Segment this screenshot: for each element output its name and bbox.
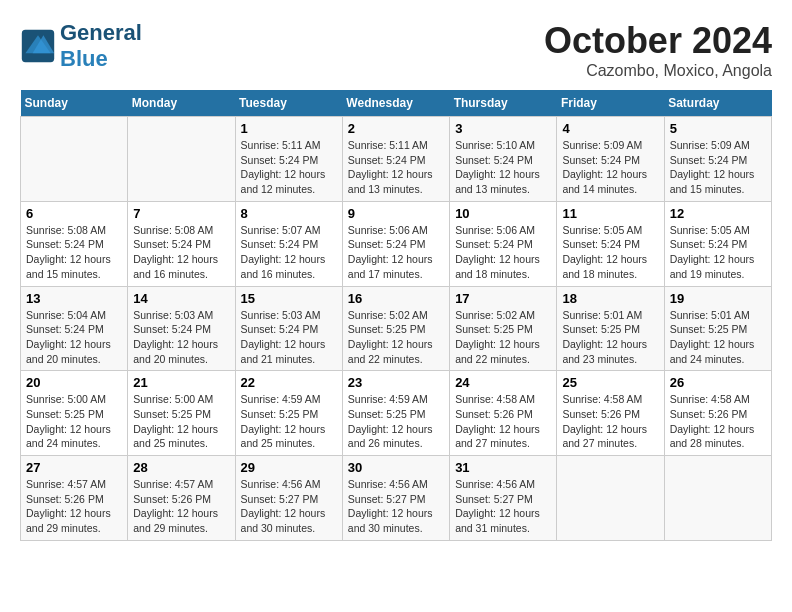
logo-icon [20, 28, 56, 64]
calendar-cell: 9Sunrise: 5:06 AM Sunset: 5:24 PM Daylig… [342, 201, 449, 286]
calendar-title: October 2024 [544, 20, 772, 62]
header-cell-tuesday: Tuesday [235, 90, 342, 117]
logo-blue: Blue [60, 46, 108, 71]
calendar-cell: 3Sunrise: 5:10 AM Sunset: 5:24 PM Daylig… [450, 117, 557, 202]
calendar-cell: 4Sunrise: 5:09 AM Sunset: 5:24 PM Daylig… [557, 117, 664, 202]
calendar-header: SundayMondayTuesdayWednesdayThursdayFrid… [21, 90, 772, 117]
calendar-cell: 12Sunrise: 5:05 AM Sunset: 5:24 PM Dayli… [664, 201, 771, 286]
logo: General Blue [20, 20, 142, 72]
day-info: Sunrise: 5:00 AM Sunset: 5:25 PM Dayligh… [133, 392, 229, 451]
day-info: Sunrise: 5:10 AM Sunset: 5:24 PM Dayligh… [455, 138, 551, 197]
calendar-cell [664, 456, 771, 541]
day-info: Sunrise: 4:59 AM Sunset: 5:25 PM Dayligh… [241, 392, 337, 451]
calendar-cell: 25Sunrise: 4:58 AM Sunset: 5:26 PM Dayli… [557, 371, 664, 456]
calendar-cell: 1Sunrise: 5:11 AM Sunset: 5:24 PM Daylig… [235, 117, 342, 202]
calendar-cell: 7Sunrise: 5:08 AM Sunset: 5:24 PM Daylig… [128, 201, 235, 286]
header-cell-friday: Friday [557, 90, 664, 117]
calendar-subtitle: Cazombo, Moxico, Angola [544, 62, 772, 80]
header-cell-thursday: Thursday [450, 90, 557, 117]
day-number: 2 [348, 121, 444, 136]
day-info: Sunrise: 5:04 AM Sunset: 5:24 PM Dayligh… [26, 308, 122, 367]
calendar-cell: 13Sunrise: 5:04 AM Sunset: 5:24 PM Dayli… [21, 286, 128, 371]
day-info: Sunrise: 4:58 AM Sunset: 5:26 PM Dayligh… [562, 392, 658, 451]
day-info: Sunrise: 5:01 AM Sunset: 5:25 PM Dayligh… [562, 308, 658, 367]
calendar-cell: 16Sunrise: 5:02 AM Sunset: 5:25 PM Dayli… [342, 286, 449, 371]
day-number: 6 [26, 206, 122, 221]
day-info: Sunrise: 5:03 AM Sunset: 5:24 PM Dayligh… [241, 308, 337, 367]
day-info: Sunrise: 4:56 AM Sunset: 5:27 PM Dayligh… [241, 477, 337, 536]
day-number: 31 [455, 460, 551, 475]
day-number: 1 [241, 121, 337, 136]
calendar-cell: 21Sunrise: 5:00 AM Sunset: 5:25 PM Dayli… [128, 371, 235, 456]
day-number: 9 [348, 206, 444, 221]
day-number: 19 [670, 291, 766, 306]
logo-text: General Blue [60, 20, 142, 72]
day-number: 4 [562, 121, 658, 136]
header-cell-saturday: Saturday [664, 90, 771, 117]
calendar-body: 1Sunrise: 5:11 AM Sunset: 5:24 PM Daylig… [21, 117, 772, 541]
day-info: Sunrise: 5:09 AM Sunset: 5:24 PM Dayligh… [562, 138, 658, 197]
day-info: Sunrise: 5:01 AM Sunset: 5:25 PM Dayligh… [670, 308, 766, 367]
day-number: 14 [133, 291, 229, 306]
day-number: 15 [241, 291, 337, 306]
calendar-cell: 23Sunrise: 4:59 AM Sunset: 5:25 PM Dayli… [342, 371, 449, 456]
calendar-cell: 30Sunrise: 4:56 AM Sunset: 5:27 PM Dayli… [342, 456, 449, 541]
calendar-cell: 20Sunrise: 5:00 AM Sunset: 5:25 PM Dayli… [21, 371, 128, 456]
calendar-cell: 10Sunrise: 5:06 AM Sunset: 5:24 PM Dayli… [450, 201, 557, 286]
header-cell-wednesday: Wednesday [342, 90, 449, 117]
day-info: Sunrise: 5:08 AM Sunset: 5:24 PM Dayligh… [26, 223, 122, 282]
calendar-cell: 24Sunrise: 4:58 AM Sunset: 5:26 PM Dayli… [450, 371, 557, 456]
header-row: SundayMondayTuesdayWednesdayThursdayFrid… [21, 90, 772, 117]
day-info: Sunrise: 4:57 AM Sunset: 5:26 PM Dayligh… [133, 477, 229, 536]
day-number: 29 [241, 460, 337, 475]
calendar-cell: 6Sunrise: 5:08 AM Sunset: 5:24 PM Daylig… [21, 201, 128, 286]
day-number: 26 [670, 375, 766, 390]
day-number: 21 [133, 375, 229, 390]
day-number: 11 [562, 206, 658, 221]
logo-general: General [60, 20, 142, 45]
day-info: Sunrise: 5:05 AM Sunset: 5:24 PM Dayligh… [670, 223, 766, 282]
calendar-cell: 8Sunrise: 5:07 AM Sunset: 5:24 PM Daylig… [235, 201, 342, 286]
day-info: Sunrise: 5:06 AM Sunset: 5:24 PM Dayligh… [455, 223, 551, 282]
day-info: Sunrise: 5:02 AM Sunset: 5:25 PM Dayligh… [455, 308, 551, 367]
day-number: 23 [348, 375, 444, 390]
day-number: 27 [26, 460, 122, 475]
calendar-cell [128, 117, 235, 202]
calendar-cell: 14Sunrise: 5:03 AM Sunset: 5:24 PM Dayli… [128, 286, 235, 371]
day-info: Sunrise: 5:07 AM Sunset: 5:24 PM Dayligh… [241, 223, 337, 282]
title-block: October 2024 Cazombo, Moxico, Angola [544, 20, 772, 80]
day-number: 20 [26, 375, 122, 390]
calendar-cell: 5Sunrise: 5:09 AM Sunset: 5:24 PM Daylig… [664, 117, 771, 202]
day-info: Sunrise: 5:00 AM Sunset: 5:25 PM Dayligh… [26, 392, 122, 451]
day-info: Sunrise: 4:56 AM Sunset: 5:27 PM Dayligh… [348, 477, 444, 536]
day-info: Sunrise: 5:05 AM Sunset: 5:24 PM Dayligh… [562, 223, 658, 282]
header-cell-sunday: Sunday [21, 90, 128, 117]
day-number: 30 [348, 460, 444, 475]
calendar-cell [21, 117, 128, 202]
week-row-3: 13Sunrise: 5:04 AM Sunset: 5:24 PM Dayli… [21, 286, 772, 371]
calendar-cell: 17Sunrise: 5:02 AM Sunset: 5:25 PM Dayli… [450, 286, 557, 371]
day-info: Sunrise: 4:58 AM Sunset: 5:26 PM Dayligh… [670, 392, 766, 451]
day-info: Sunrise: 4:57 AM Sunset: 5:26 PM Dayligh… [26, 477, 122, 536]
calendar-cell: 19Sunrise: 5:01 AM Sunset: 5:25 PM Dayli… [664, 286, 771, 371]
day-info: Sunrise: 5:09 AM Sunset: 5:24 PM Dayligh… [670, 138, 766, 197]
day-number: 28 [133, 460, 229, 475]
week-row-1: 1Sunrise: 5:11 AM Sunset: 5:24 PM Daylig… [21, 117, 772, 202]
week-row-5: 27Sunrise: 4:57 AM Sunset: 5:26 PM Dayli… [21, 456, 772, 541]
day-info: Sunrise: 5:06 AM Sunset: 5:24 PM Dayligh… [348, 223, 444, 282]
calendar-cell: 26Sunrise: 4:58 AM Sunset: 5:26 PM Dayli… [664, 371, 771, 456]
day-info: Sunrise: 5:02 AM Sunset: 5:25 PM Dayligh… [348, 308, 444, 367]
day-number: 8 [241, 206, 337, 221]
day-number: 3 [455, 121, 551, 136]
day-number: 13 [26, 291, 122, 306]
calendar-cell: 2Sunrise: 5:11 AM Sunset: 5:24 PM Daylig… [342, 117, 449, 202]
calendar-cell: 18Sunrise: 5:01 AM Sunset: 5:25 PM Dayli… [557, 286, 664, 371]
calendar-cell: 29Sunrise: 4:56 AM Sunset: 5:27 PM Dayli… [235, 456, 342, 541]
day-number: 10 [455, 206, 551, 221]
day-number: 16 [348, 291, 444, 306]
day-info: Sunrise: 5:03 AM Sunset: 5:24 PM Dayligh… [133, 308, 229, 367]
day-number: 5 [670, 121, 766, 136]
day-info: Sunrise: 4:58 AM Sunset: 5:26 PM Dayligh… [455, 392, 551, 451]
day-info: Sunrise: 4:59 AM Sunset: 5:25 PM Dayligh… [348, 392, 444, 451]
calendar-cell: 28Sunrise: 4:57 AM Sunset: 5:26 PM Dayli… [128, 456, 235, 541]
